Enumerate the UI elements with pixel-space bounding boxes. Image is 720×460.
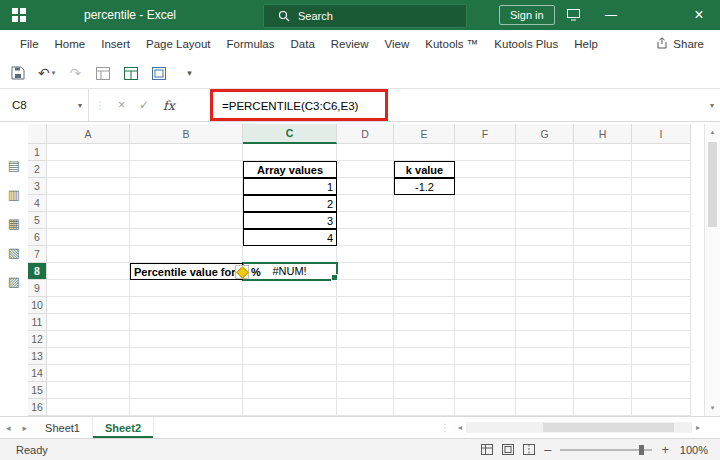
cell-C4[interactable]: 2: [243, 195, 337, 212]
cell-H8[interactable]: [574, 263, 632, 280]
row-header-3[interactable]: 3: [28, 178, 47, 195]
cell-B5[interactable]: [130, 212, 243, 229]
cell-A6[interactable]: [47, 229, 130, 246]
cell-H6[interactable]: [574, 229, 632, 246]
zoom-in-button[interactable]: +: [661, 443, 669, 456]
cell-B15[interactable]: [130, 382, 243, 399]
cell-B10[interactable]: [130, 297, 243, 314]
cell-I14[interactable]: [632, 365, 691, 382]
cell-I15[interactable]: [632, 382, 691, 399]
cell-H9[interactable]: [574, 280, 632, 297]
cell-F11[interactable]: [455, 314, 516, 331]
row-header-2[interactable]: 2: [28, 161, 47, 178]
sidebar-pane-icon-4[interactable]: ▧: [4, 242, 24, 262]
error-warning-icon[interactable]: [235, 265, 249, 279]
sidebar-pane-icon-2[interactable]: ▥: [4, 184, 24, 204]
cell-E1[interactable]: [394, 144, 455, 161]
page-break-view-button[interactable]: [523, 444, 535, 455]
cell-E14[interactable]: [394, 365, 455, 382]
scroll-up-icon[interactable]: ▴: [705, 128, 720, 136]
cell-A16[interactable]: [47, 399, 130, 416]
ribbon-display-icon[interactable]: [558, 0, 588, 30]
cell-C5[interactable]: 3: [243, 212, 337, 229]
cell-B14[interactable]: [130, 365, 243, 382]
menu-tab-file[interactable]: File: [12, 38, 47, 50]
cell-B1[interactable]: [130, 144, 243, 161]
column-header-H[interactable]: H: [574, 124, 632, 144]
formula-input[interactable]: =PERCENTILE(C3:C6,E3): [222, 89, 358, 122]
cell-I12[interactable]: [632, 331, 691, 348]
sheet-nav-left-icon[interactable]: ◂: [0, 417, 17, 438]
cell-I16[interactable]: [632, 399, 691, 416]
cell-F14[interactable]: [455, 365, 516, 382]
page-layout-view-button[interactable]: [502, 444, 514, 455]
share-button[interactable]: Share: [656, 37, 720, 51]
cell-F1[interactable]: [455, 144, 516, 161]
cell-D12[interactable]: [337, 331, 394, 348]
scroll-left-icon[interactable]: ◂: [454, 423, 466, 432]
cell-E13[interactable]: [394, 348, 455, 365]
cell-C14[interactable]: [243, 365, 337, 382]
cell-H11[interactable]: [574, 314, 632, 331]
cell-I1[interactable]: [632, 144, 691, 161]
cell-B13[interactable]: [130, 348, 243, 365]
cell-A10[interactable]: [47, 297, 130, 314]
fill-handle[interactable]: [331, 274, 338, 281]
cell-C7[interactable]: [243, 246, 337, 263]
row-header-4[interactable]: 4: [28, 195, 47, 212]
cell-H4[interactable]: [574, 195, 632, 212]
cell-I6[interactable]: [632, 229, 691, 246]
vertical-scroll-thumb[interactable]: [708, 142, 717, 227]
cell-B3[interactable]: [130, 178, 243, 195]
cell-I5[interactable]: [632, 212, 691, 229]
cell-G14[interactable]: [516, 365, 574, 382]
row-header-8[interactable]: 8: [28, 263, 47, 280]
row-header-9[interactable]: 9: [28, 280, 47, 297]
cell-D16[interactable]: [337, 399, 394, 416]
cell-D8[interactable]: [337, 263, 394, 280]
cell-E10[interactable]: [394, 297, 455, 314]
scroll-down-icon[interactable]: ▾: [705, 404, 720, 412]
cell-H10[interactable]: [574, 297, 632, 314]
cell-C13[interactable]: [243, 348, 337, 365]
cell-E4[interactable]: [394, 195, 455, 212]
insert-function-button[interactable]: fx: [156, 98, 182, 113]
cell-A11[interactable]: [47, 314, 130, 331]
cell-D15[interactable]: [337, 382, 394, 399]
cell-G3[interactable]: [516, 178, 574, 195]
save-button[interactable]: [10, 63, 26, 83]
cell-I7[interactable]: [632, 246, 691, 263]
cell-G11[interactable]: [516, 314, 574, 331]
column-header-D[interactable]: D: [337, 124, 394, 144]
cell-G9[interactable]: [516, 280, 574, 297]
menu-tab-page-layout[interactable]: Page Layout: [138, 38, 219, 50]
cell-D4[interactable]: [337, 195, 394, 212]
cell-D3[interactable]: [337, 178, 394, 195]
cell-H15[interactable]: [574, 382, 632, 399]
cell-I2[interactable]: [632, 161, 691, 178]
cell-H1[interactable]: [574, 144, 632, 161]
cell-F9[interactable]: [455, 280, 516, 297]
cell-G12[interactable]: [516, 331, 574, 348]
cell-A4[interactable]: [47, 195, 130, 212]
redo-button[interactable]: ↷: [67, 63, 83, 83]
cell-C2[interactable]: Array values: [243, 161, 337, 178]
cell-B12[interactable]: [130, 331, 243, 348]
cell-G5[interactable]: [516, 212, 574, 229]
row-header-12[interactable]: 12: [28, 331, 47, 348]
row-header-15[interactable]: 15: [28, 382, 47, 399]
row-header-5[interactable]: 5: [28, 212, 47, 229]
close-button[interactable]: ×: [684, 0, 714, 30]
normal-view-button[interactable]: [481, 444, 493, 455]
menu-tab-insert[interactable]: Insert: [93, 38, 138, 50]
qat-icon-5[interactable]: [123, 63, 139, 83]
sheet-tab-sheet1[interactable]: Sheet1: [33, 417, 93, 438]
cell-I4[interactable]: [632, 195, 691, 212]
cell-A2[interactable]: [47, 161, 130, 178]
cell-E2[interactable]: k value: [394, 161, 455, 178]
cell-A9[interactable]: [47, 280, 130, 297]
cell-B8[interactable]: Percentile value for%: [130, 263, 243, 280]
cell-G15[interactable]: [516, 382, 574, 399]
cell-G4[interactable]: [516, 195, 574, 212]
cell-H16[interactable]: [574, 399, 632, 416]
